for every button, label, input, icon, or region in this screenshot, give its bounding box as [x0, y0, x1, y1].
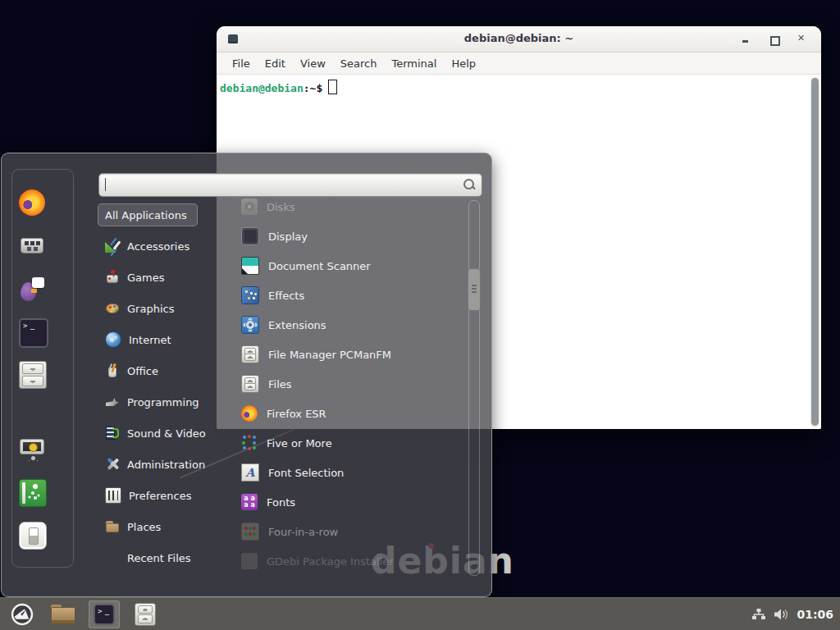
effects-icon	[241, 286, 259, 304]
category-item[interactable]: Places	[98, 515, 171, 538]
text-caret	[105, 178, 106, 191]
category-label: Places	[127, 521, 161, 533]
menu-scrollbar-track[interactable]	[468, 200, 480, 576]
app-label: Effects	[268, 290, 304, 302]
close-icon[interactable]	[797, 34, 806, 44]
terminal-icon	[94, 604, 115, 625]
taskbar-files-button[interactable]	[130, 600, 161, 628]
favorite-log-out[interactable]	[19, 479, 45, 505]
menubar-item[interactable]: Terminal	[384, 55, 444, 72]
app-label: Four-in-a-row	[268, 526, 338, 538]
app-item[interactable]: Five or More	[241, 431, 463, 454]
terminal-cursor	[328, 80, 337, 94]
app-item[interactable]: Fonts	[241, 491, 463, 514]
app-item[interactable]: Effects	[241, 284, 463, 307]
app-item[interactable]: Firefox ESR	[241, 402, 463, 425]
category-item[interactable]: Office	[98, 359, 169, 382]
category-item[interactable]: Administration	[98, 453, 216, 476]
category-item[interactable]: Internet	[98, 328, 182, 351]
four-in-a-row-icon	[241, 523, 259, 541]
app-list: Disks Display Document Scanner Effects E…	[241, 195, 463, 579]
disks-icon	[241, 199, 258, 215]
favorite-terminal[interactable]	[19, 318, 45, 345]
display-icon	[241, 227, 259, 245]
five-or-more-icon	[241, 435, 258, 451]
favorite-lock-screen[interactable]	[19, 436, 45, 463]
category-item[interactable]: Preferences	[98, 484, 202, 507]
volume-icon[interactable]	[774, 608, 789, 621]
favorite-software-manager[interactable]	[19, 232, 45, 258]
app-item[interactable]: Document Scanner	[241, 254, 463, 277]
category-item[interactable]: Accessories	[98, 235, 200, 258]
maximize-icon[interactable]	[769, 34, 778, 44]
clock[interactable]: 01:06	[797, 608, 833, 621]
files-icon	[241, 375, 259, 393]
minimize-icon[interactable]	[741, 34, 751, 44]
app-item[interactable]: Display	[241, 225, 463, 248]
extensions-icon	[241, 316, 259, 334]
prompt-suffix: :~$	[304, 82, 322, 94]
desktop-folder-button[interactable]	[48, 600, 79, 628]
pidgin-icon	[19, 276, 45, 302]
terminal-titlebar[interactable]: debian@debian: ~	[217, 26, 821, 52]
terminal-title: debian@debian: ~	[217, 32, 821, 44]
menu-logo-icon	[11, 603, 34, 626]
app-item[interactable]: Files	[241, 372, 463, 395]
font-selection-icon	[241, 463, 259, 482]
app-item[interactable]: Extensions	[241, 313, 463, 336]
taskbar-left	[0, 600, 161, 628]
app-item[interactable]: GDebi Package Installer	[241, 550, 463, 573]
terminal-scrollbar-track[interactable]	[810, 76, 820, 427]
app-item[interactable]: Four-in-a-row	[241, 520, 463, 543]
sound-video-icon	[105, 426, 120, 441]
favorite-file-manager[interactable]	[19, 361, 45, 387]
menu-scrollbar-thumb[interactable]	[468, 268, 481, 311]
taskbar-terminal-button[interactable]	[89, 600, 120, 628]
app-label: Extensions	[268, 319, 326, 331]
folder-icon	[51, 605, 75, 624]
app-item[interactable]: Disks	[241, 195, 463, 218]
terminal-menubar: File Edit View Search Terminal Help	[217, 52, 821, 75]
taskbar-tray: 01:06	[751, 608, 840, 621]
favorite-pidgin[interactable]	[19, 276, 45, 302]
shut-down-icon	[19, 522, 47, 550]
category-label: Preferences	[129, 490, 191, 502]
favorite-shut-down[interactable]	[19, 522, 45, 548]
games-icon	[105, 270, 120, 285]
menubar-item[interactable]: File	[225, 55, 258, 72]
app-label: Font Selection	[268, 467, 344, 479]
menu-button[interactable]	[7, 600, 38, 628]
category-label: Sound & Video	[127, 427, 206, 440]
app-label: GDebi Package Installer	[267, 555, 394, 568]
app-label: Five or More	[267, 437, 332, 450]
menu-search-input[interactable]	[98, 173, 482, 197]
firefox-icon	[241, 405, 258, 422]
log-out-icon	[19, 479, 47, 507]
file-cabinet-icon	[19, 361, 47, 389]
category-item[interactable]: Graphics	[98, 297, 185, 320]
app-label: Disks	[267, 201, 295, 213]
search-icon	[463, 179, 474, 189]
category-item[interactable]: Programming	[98, 390, 210, 413]
favorite-firefox[interactable]	[19, 189, 45, 216]
category-item[interactable]: Sound & Video	[98, 422, 217, 445]
window-controls	[741, 26, 806, 52]
menubar-item[interactable]: View	[293, 55, 333, 72]
menubar-item[interactable]: Help	[444, 55, 483, 72]
terminal-icon	[19, 318, 48, 348]
app-label: Files	[268, 378, 292, 390]
category-item[interactable]: Games	[98, 266, 175, 289]
network-icon[interactable]	[751, 608, 766, 621]
category-label: Internet	[129, 334, 171, 346]
category-label: Graphics	[127, 303, 174, 315]
category-label: Recent Files	[127, 552, 191, 564]
menubar-item[interactable]: Edit	[258, 55, 293, 72]
category-item[interactable]: All Applications	[98, 203, 198, 226]
category-item[interactable]: Recent Files	[98, 546, 202, 569]
administration-icon	[105, 457, 120, 472]
terminal-scrollbar-thumb[interactable]	[811, 78, 819, 426]
app-label: Document Scanner	[268, 260, 371, 272]
menubar-item[interactable]: Search	[333, 55, 385, 72]
app-item[interactable]: File Manager PCManFM	[241, 343, 463, 366]
app-item[interactable]: Font Selection	[241, 461, 463, 484]
